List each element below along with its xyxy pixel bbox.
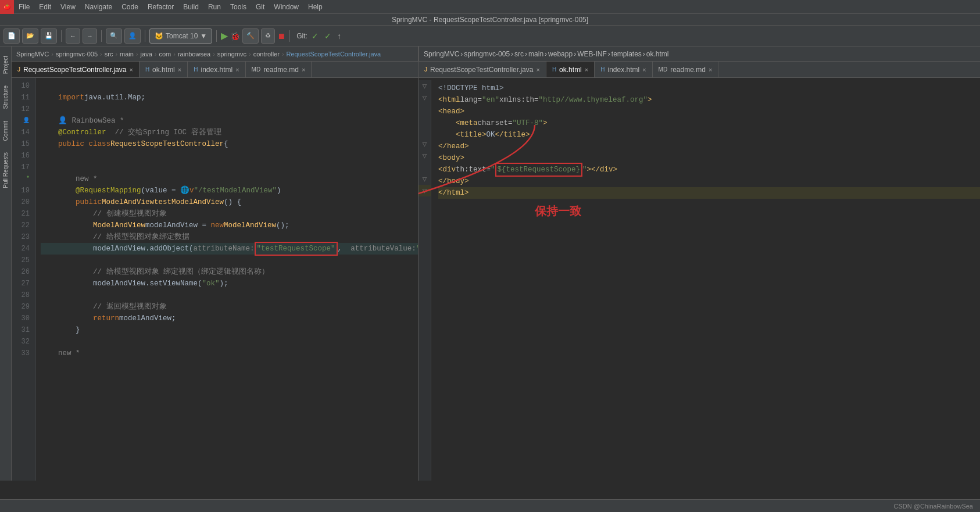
rg-3 [419,103,431,115]
code-line-29: // 返回模型视图对象 [41,301,418,313]
tomcat-selector[interactable]: 🐱 Tomcat 10 ▼ [149,28,212,44]
forward-btn[interactable]: → [83,28,97,44]
tab-readme-left[interactable]: MD readme.md × [246,62,312,77]
tab-readme-right[interactable]: MD readme.md × [653,62,719,77]
tab-ok-right-icon: H [552,66,556,73]
sidebar-tab-structure[interactable]: Structure [1,81,10,114]
tab-ok-right[interactable]: H ok.html × [546,62,595,77]
sidebar-tab-project[interactable]: Project [1,51,10,78]
rbc-project[interactable]: springmvc-005 [464,50,510,58]
stop-btn[interactable]: ⏹ [277,31,285,41]
rcode-2: <html lang="en" xmlns:th="http//www.thym… [438,94,980,106]
tab-index-right-icon: H [600,66,605,73]
ln-15: 15 [12,138,32,150]
user-btn[interactable]: 👤 [124,28,141,44]
sidebar-tab-commit[interactable]: Commit [1,116,10,145]
rcode-9: </body> [438,176,980,187]
editors-area: SpringMVC › springmvc-005 › src › main ›… [12,46,980,481]
bc-rainbowsea[interactable]: rainbowsea [178,51,210,58]
sidebar-tab-pullrequests[interactable]: Pull Requests [1,148,10,193]
tab-index-left[interactable]: H index.html × [188,62,245,77]
bc-springmvc[interactable]: SpringMVC [16,51,49,58]
run-btn[interactable]: ▶ [221,30,228,41]
ln-30: 30 [12,313,32,324]
bc-controller-file[interactable]: RequestScopeTestController.java [287,51,381,58]
git-check2[interactable]: ✓ [324,31,331,41]
tab-ok-close[interactable]: × [178,66,181,73]
menu-file[interactable]: File [14,0,34,13]
new-file-btn[interactable]: 📄 [3,28,20,44]
git-check1[interactable]: ✓ [312,31,319,41]
bc-controller[interactable]: controller [253,51,280,58]
right-code-content: <!DOCTYPE html> <html lang="en" xmlns:th… [431,80,980,481]
menu-git[interactable]: Git [251,0,269,13]
rbc-main[interactable]: main [528,50,543,58]
tab-index-right-label: index.html [607,66,639,74]
tab-readme-right-close[interactable]: × [709,66,712,73]
ln-32: 32 [12,336,32,348]
menu-help[interactable]: Help [303,0,327,13]
menu-build[interactable]: Build [178,0,203,13]
tab-index-right[interactable]: H index.html × [595,62,652,77]
rbc-src[interactable]: src [514,50,524,58]
code-line-22: ModelAndView modelAndView = new ModelAnd… [41,220,418,231]
rg-fold1: ▽ [419,80,431,92]
menu-view[interactable]: View [56,0,80,13]
ln-14: 14 [12,127,32,138]
menu-navigate[interactable]: Navigate [80,0,117,13]
bc-src[interactable]: src [105,51,113,58]
debug-btn[interactable]: 🐞 [230,31,240,41]
open-btn[interactable]: 📂 [22,28,38,44]
bc-main[interactable]: main [120,51,134,58]
code-line-33: new * [41,348,418,359]
menu-window[interactable]: Window [269,0,303,13]
editor-left: SpringMVC › springmvc-005 › src › main ›… [12,46,419,481]
bc-springmvc-005[interactable]: springmvc-005 [56,51,98,58]
sep1 [61,30,62,42]
bc-java[interactable]: java [141,51,152,58]
status-bar: CSDN @ChinaRainbowSea [0,499,980,512]
reload-btn[interactable]: ♻ [261,28,275,44]
ln-23: 23 [12,231,32,243]
code-line-20: public ModelAndView testModelAndView() { [41,196,418,208]
tab-readme-icon: MD [252,66,261,73]
save-btn[interactable]: 💾 [41,28,57,44]
main-layout: Project Structure Commit Pull Requests S… [0,46,980,481]
rbc-springmvc[interactable]: SpringMVC [424,50,459,58]
rbc-ok[interactable]: ok.html [646,50,669,58]
tab-index-close[interactable]: × [235,66,239,73]
rcode-10: </html> [438,187,980,199]
bc-com[interactable]: com [159,51,171,58]
tab-controller-right-icon: J [424,66,427,73]
rbc-webapp[interactable]: webapp [548,50,573,58]
tab-controller-right-close[interactable]: × [536,66,539,73]
rbc-templates[interactable]: templates [611,50,642,58]
tab-controller[interactable]: J RequestScopeTestController.java × [12,62,140,77]
tab-controller-close[interactable]: × [129,66,133,73]
left-breadcrumb: SpringMVC › springmvc-005 › src › main ›… [12,46,418,62]
menu-edit[interactable]: Edit [34,0,56,13]
ln-17: 17 [12,162,32,173]
build-btn[interactable]: 🔨 [242,28,259,44]
menu-run[interactable]: Run [203,0,226,13]
menu-tools[interactable]: Tools [226,0,251,13]
tab-controller-right[interactable]: J RequestScopeTestController.java × [419,62,546,77]
ln-11: 11 [12,92,32,103]
ln-13: 👤 [12,115,32,127]
tab-readme-close[interactable]: × [302,66,305,73]
bc-springmvc2[interactable]: springmvc [217,51,246,58]
tab-ok-right-close[interactable]: × [585,66,588,73]
title-bar: SpringMVC - RequestScopeTestController.j… [0,14,980,26]
rbc-webinf[interactable]: WEB-INF [577,50,607,58]
tab-controller-icon: J [17,66,20,73]
rcode-6: </head> [438,141,980,152]
search-btn[interactable]: 🔍 [106,28,122,44]
back-btn[interactable]: ← [66,28,80,44]
tab-ok-left[interactable]: H ok.html × [140,62,188,77]
code-line-25 [41,255,418,266]
menu-code[interactable]: Code [117,0,143,13]
menu-refactor[interactable]: Refactor [143,0,178,13]
tab-controller-label: RequestScopeTestController.java [23,66,126,74]
tab-index-right-close[interactable]: × [642,66,646,73]
git-arrow[interactable]: ↑ [337,31,341,41]
